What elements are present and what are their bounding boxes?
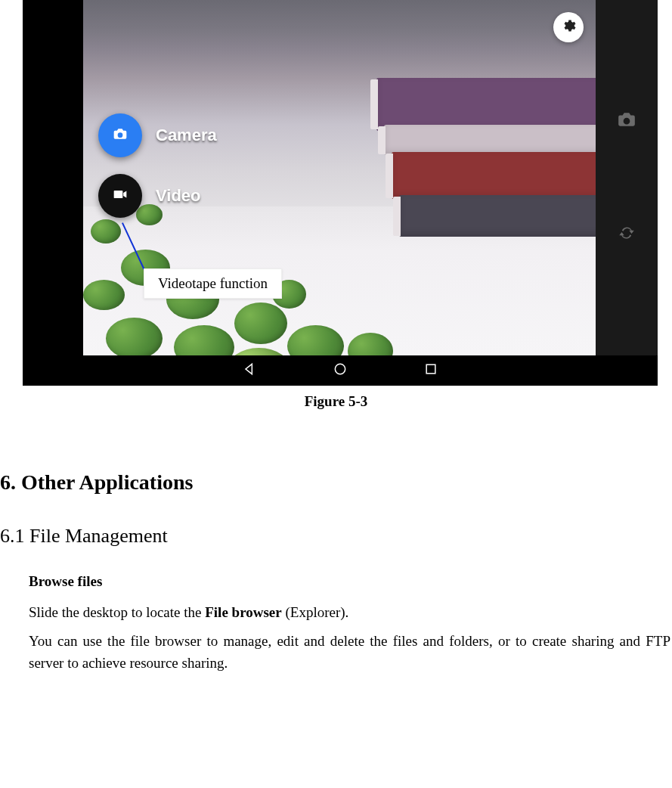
- camera-mode-icon: [98, 113, 142, 157]
- nav-back-button[interactable]: [242, 361, 257, 380]
- gear-icon: [561, 18, 576, 36]
- callout-videotape: Videotape function: [144, 268, 282, 299]
- section-title: 6.1 File Management: [0, 525, 672, 548]
- paragraph-1: Slide the desktop to locate the File bro…: [29, 601, 670, 623]
- svg-point-0: [335, 364, 345, 374]
- nav-recent-button[interactable]: [423, 361, 438, 380]
- mode-camera-label: Camera: [156, 126, 217, 145]
- paragraph-2: You can use the file browser to manage, …: [29, 630, 670, 675]
- chapter-title: 6. Other Applications: [0, 470, 672, 495]
- camera-icon: [615, 119, 638, 132]
- camera-mode-switcher: Camera Video: [98, 113, 217, 234]
- nav-home-button[interactable]: [333, 361, 348, 380]
- section-body: Browse files Slide the desktop to locate…: [29, 570, 670, 675]
- camera-sidebar: [596, 0, 658, 355]
- mode-video-label: Video: [156, 186, 201, 206]
- video-icon: [110, 187, 130, 205]
- camera-viewfinder: Camera Video Videotape function: [83, 0, 596, 355]
- camera-icon: [110, 126, 130, 144]
- video-mode-icon: [98, 174, 142, 218]
- recent-icon: [423, 366, 438, 379]
- back-icon: [242, 366, 257, 379]
- switch-camera-icon: [615, 232, 638, 245]
- figure-caption: Figure 5-3: [0, 393, 672, 410]
- mode-video[interactable]: Video: [98, 174, 217, 218]
- browse-files-heading: Browse files: [29, 570, 670, 592]
- svg-rect-1: [426, 365, 435, 374]
- switch-camera-button[interactable]: [615, 223, 638, 246]
- android-navbar: [23, 355, 658, 386]
- mode-camera[interactable]: Camera: [98, 113, 217, 157]
- figure-5-3-screenshot: Camera Video Videotape function: [23, 0, 658, 386]
- home-icon: [333, 366, 348, 379]
- viewfinder-book-stack: [369, 78, 596, 229]
- camera-settings-button[interactable]: [553, 12, 584, 42]
- screenshot-inner: Camera Video Videotape function: [83, 0, 658, 355]
- shutter-button[interactable]: [615, 110, 638, 132]
